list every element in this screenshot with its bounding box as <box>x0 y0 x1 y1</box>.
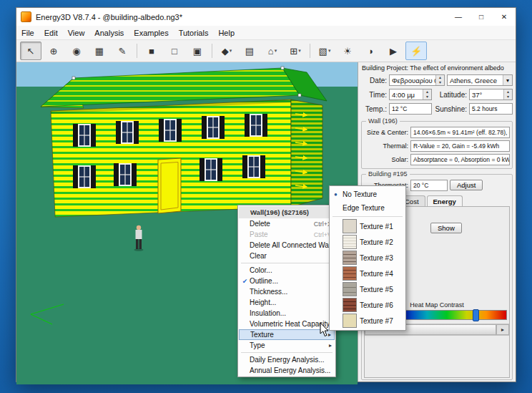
house-side-wall[interactable] <box>291 100 322 207</box>
submenu-item-texture-#3[interactable]: Texture #3 <box>330 250 405 266</box>
window-controls: — □ ✕ <box>447 8 516 26</box>
spinner-arrows[interactable]: ▴ ▾ <box>423 89 431 100</box>
wall-group-title: Wall (196) <box>366 117 400 125</box>
animation-tool[interactable]: ▶ <box>383 42 404 60</box>
view-tool[interactable]: ◉ <box>66 42 87 60</box>
temp-label: Temp.: <box>361 105 387 113</box>
minimize-button[interactable]: — <box>447 8 470 26</box>
menu-edit[interactable]: Edit <box>39 27 63 39</box>
selection-box-tool[interactable]: ▣ <box>187 42 208 60</box>
menu-item-color[interactable]: Color... <box>239 265 335 276</box>
menu-item-label: Insulation... <box>250 309 332 317</box>
submenu-item-texture-#4[interactable]: Texture #4 <box>330 266 405 281</box>
window[interactable] <box>73 165 96 188</box>
menu-help[interactable]: Help <box>213 27 240 39</box>
scroll-right-icon[interactable]: ▸ <box>496 324 509 335</box>
window[interactable] <box>159 119 182 142</box>
wall-tool-icon: ▤ <box>245 46 254 57</box>
wall-tool[interactable]: ▤ <box>239 42 260 60</box>
time-spinner[interactable]: 4:00 μμ ▴ ▾ <box>389 89 432 100</box>
zoom-tool[interactable]: ⊕ <box>43 42 64 60</box>
window[interactable] <box>73 124 96 147</box>
sun-tool[interactable]: ☀ <box>337 42 358 60</box>
menu-analysis[interactable]: Analysis <box>89 27 129 39</box>
window-tool[interactable]: ⊞▾ <box>285 42 306 60</box>
latitude-spinner[interactable]: 37° ▴ ▾ <box>469 89 513 100</box>
menu-tutorials[interactable]: Tutorials <box>174 27 214 39</box>
heatmap-tool[interactable]: ⚡ <box>405 42 427 60</box>
submenu-item-texture-#5[interactable]: Texture #5 <box>330 281 405 297</box>
project-header: Building Project: The effect of environm… <box>361 64 513 73</box>
annotate-tool[interactable]: ✎ <box>112 42 133 60</box>
menu-item-clear[interactable]: Clear <box>239 251 335 261</box>
submenu-item-edge-texture[interactable]: Edge Texture <box>330 201 405 215</box>
spreadsheet-tool[interactable]: ▦ <box>89 42 110 60</box>
temp-row: Temp.: 12 °C Sunshine: 5.2 hours <box>361 102 513 116</box>
spin-down-icon: ▾ <box>423 94 431 100</box>
maximize-button[interactable]: □ <box>470 8 493 26</box>
menubar: FileEditViewAnalysisExamplesTutorialsHel… <box>16 26 516 40</box>
toolbar-separator <box>137 44 137 58</box>
window[interactable] <box>202 116 225 139</box>
select-tool[interactable]: ↖ <box>20 42 41 60</box>
temp-field: 12 °C <box>389 103 432 115</box>
menu-item-delete-all-connected-walls[interactable]: Delete All Connected Walls <box>239 240 335 251</box>
menu-file[interactable]: File <box>16 27 39 39</box>
foundation-tool[interactable]: ◆▾ <box>216 42 237 60</box>
submenu-item-texture-#7[interactable]: Texture #7 <box>330 313 405 329</box>
size-center-label: Size & Center: <box>364 129 408 136</box>
window[interactable] <box>242 155 265 178</box>
window[interactable] <box>245 114 267 137</box>
show-button[interactable]: Show <box>430 223 462 233</box>
latitude-label: Latitude: <box>434 91 467 99</box>
menu-item-outline[interactable]: ✔Outline... <box>239 276 335 286</box>
door[interactable] <box>158 158 181 213</box>
tab-energy[interactable]: Energy <box>427 195 463 206</box>
menu-item-height[interactable]: Height... <box>239 297 335 308</box>
window[interactable] <box>116 121 139 144</box>
thermal-label: Thermal: <box>364 142 408 150</box>
menu-item-daily-energy-analysis[interactable]: Daily Energy Analysis... <box>239 354 335 365</box>
chevron-down-icon[interactable]: ▾ <box>230 48 232 54</box>
window[interactable] <box>200 158 222 181</box>
size-center-field: 14.06×6.5m ≈ 91.41m² (eff. 82.78), (-0.4… <box>410 127 510 138</box>
solid-box-tool[interactable]: ■ <box>141 42 162 60</box>
solid-box-tool-icon: ■ <box>149 46 154 57</box>
window[interactable] <box>114 163 137 186</box>
heatmap-handle[interactable] <box>473 309 479 321</box>
menu-item-delete[interactable]: DeleteCtrl+X <box>239 218 335 229</box>
shape-tool[interactable]: ▧▾ <box>314 42 335 60</box>
submenu-item-label: Texture #2 <box>360 238 393 246</box>
selection-box-tool-icon: ▣ <box>193 46 202 57</box>
spinner-arrows[interactable]: ▴ ▾ <box>435 75 444 85</box>
region-combobox[interactable]: Athens, Greece ▾ <box>447 74 513 86</box>
spinner-arrows[interactable]: ▴ ▾ <box>503 89 512 100</box>
brick-gray-texture-thumbnail <box>343 251 357 265</box>
toolbar-separator <box>212 44 212 58</box>
shadow-tool[interactable]: ◑ <box>360 42 381 60</box>
sun-tool-icon: ☀ <box>343 46 352 57</box>
menu-view[interactable]: View <box>63 27 90 39</box>
chevron-down-icon[interactable]: ▾ <box>275 48 277 54</box>
submenu-item-texture-#2[interactable]: Texture #2 <box>330 234 405 250</box>
close-button[interactable]: ✕ <box>493 8 516 26</box>
menu-item-thickness[interactable]: Thickness... <box>239 286 335 297</box>
solar-field: Absorptance = 0, Absorption = 0 kWh <box>410 154 510 165</box>
submenu-item-no-texture[interactable]: ●No Texture <box>330 188 405 201</box>
submenu-item-texture-#6[interactable]: Texture #6 <box>330 297 405 313</box>
menu-item-insulation[interactable]: Insulation... <box>239 308 335 319</box>
chevron-down-icon[interactable]: ▾ <box>298 48 301 54</box>
menu-item-annual-energy-analysis[interactable]: Annual Energy Analysis... <box>239 365 335 376</box>
submenu-item-texture-#1[interactable]: Texture #1 <box>330 218 405 234</box>
menu-examples[interactable]: Examples <box>129 27 173 39</box>
menu-item-type[interactable]: Type▸ <box>239 340 335 351</box>
date-spinner[interactable]: Φεβρουαρίου 01 ▴ ▾ <box>389 74 445 86</box>
chevron-down-icon[interactable]: ▾ <box>503 75 512 85</box>
roof-tool[interactable]: ⌂▾ <box>262 42 283 60</box>
wireframe-box-tool[interactable]: □ <box>164 42 185 60</box>
heatmap-tool-icon: ⚡ <box>410 46 422 57</box>
adjust-button[interactable]: Adjust <box>450 180 483 190</box>
chevron-down-icon[interactable]: ▾ <box>328 48 331 54</box>
menu-separator <box>332 216 403 217</box>
spin-up-icon: ▴ <box>436 75 444 80</box>
